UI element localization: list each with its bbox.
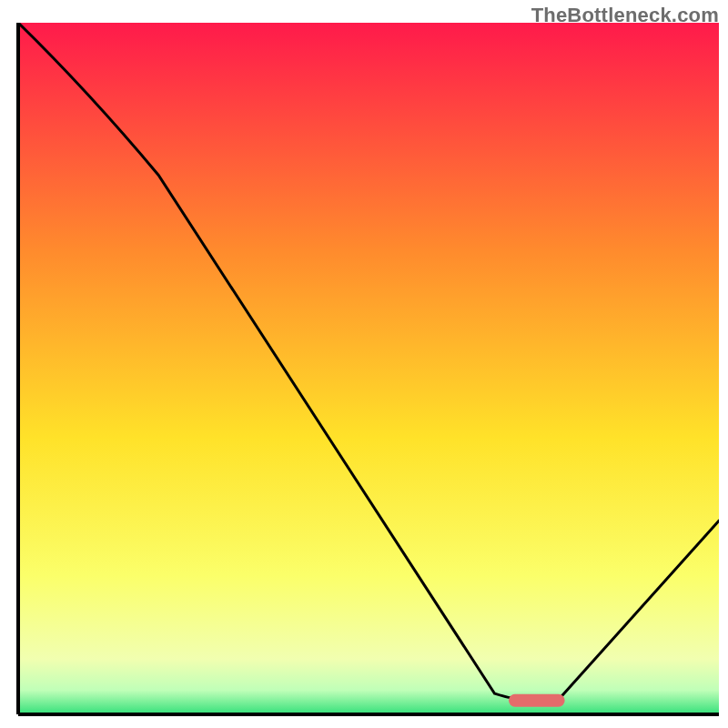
optimal-range-marker — [509, 694, 565, 707]
chart-background — [18, 23, 719, 714]
bottleneck-chart — [14, 23, 719, 719]
chart-svg — [14, 23, 719, 719]
watermark-text: TheBottleneck.com — [531, 4, 719, 27]
